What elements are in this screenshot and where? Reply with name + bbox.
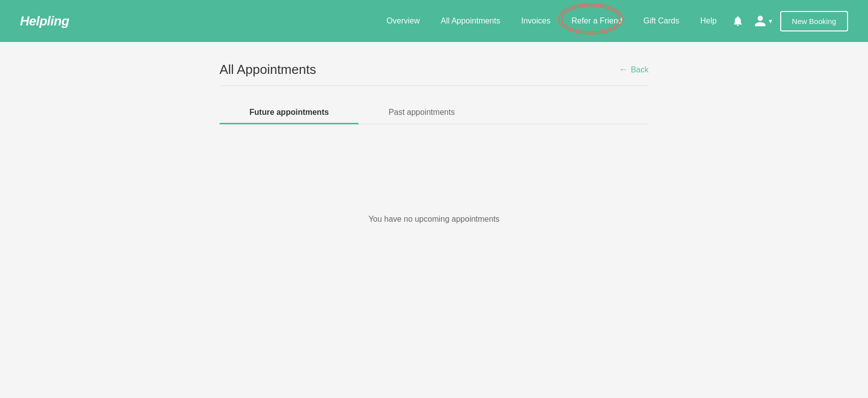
nav-overview[interactable]: Overview [379,12,428,29]
main-content: All Appointments ← Back Future appointme… [210,42,658,314]
page-header: All Appointments ← Back [219,62,649,86]
tab-past-appointments[interactable]: Past appointments [359,101,485,124]
nav-all-appointments[interactable]: All Appointments [433,12,508,29]
logo[interactable]: Helpling [20,13,69,29]
appointments-tabs: Future appointments Past appointments [219,101,649,124]
nav-gift-cards[interactable]: Gift Cards [636,12,687,29]
header-icons: ▾ [730,13,772,29]
empty-state: You have no upcoming appointments [219,144,649,294]
main-header: Helpling Overview All Appointments Invoi… [0,0,868,42]
back-label: Back [631,65,649,74]
notification-bell-button[interactable] [730,13,746,29]
user-menu-button[interactable]: ▾ [754,14,772,27]
main-nav: Overview All Appointments Invoices Refer… [379,12,725,29]
user-chevron-icon: ▾ [769,17,772,25]
empty-state-message: You have no upcoming appointments [369,215,500,224]
nav-invoices[interactable]: Invoices [513,12,559,29]
nav-refer-friend[interactable]: Refer a Friend [563,12,630,29]
tab-future-appointments[interactable]: Future appointments [219,101,359,124]
page-title: All Appointments [219,62,316,77]
back-button[interactable]: ← Back [619,64,649,75]
nav-help[interactable]: Help [692,12,725,29]
new-booking-button[interactable]: New Booking [780,11,848,31]
bell-icon [732,15,744,27]
back-arrow-icon: ← [619,64,628,75]
user-icon [754,14,767,27]
